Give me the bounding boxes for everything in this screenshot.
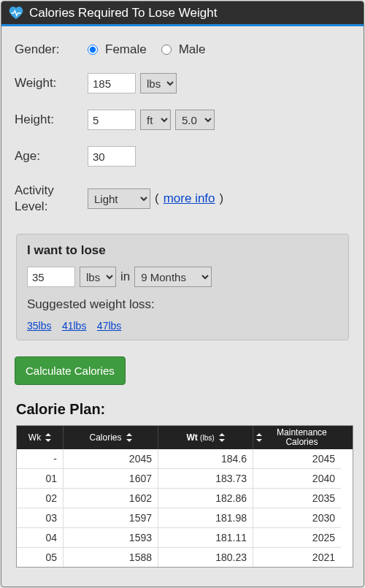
cell-cal: 2045: [64, 449, 158, 469]
sort-icon: [45, 433, 51, 442]
in-text: in: [120, 270, 130, 284]
cell-cal: 1593: [64, 528, 158, 548]
row-activity: Activity Level: Light (more info): [15, 183, 350, 215]
plan-title: Calorie Plan:: [16, 401, 350, 418]
suggested-label: Suggested weight loss:: [27, 297, 338, 312]
sort-icon: [126, 433, 132, 442]
col-wk[interactable]: Wk: [17, 426, 64, 449]
suggestion-link-1[interactable]: 35lbs: [27, 320, 51, 332]
table-row: 051588180.232021: [17, 548, 353, 567]
height-unit-select[interactable]: ft: [140, 110, 171, 130]
cell-maint: 2021: [253, 548, 341, 567]
grid-body[interactable]: -2045184.62045011607183.732040021602182.…: [17, 449, 353, 567]
cell-wt: 181.11: [158, 528, 253, 548]
table-row: 021602182.862035: [17, 489, 353, 508]
radio-male[interactable]: [161, 45, 172, 55]
cell-wk: 02: [17, 489, 64, 508]
sort-icon: [256, 433, 261, 442]
suggestion-link-3[interactable]: 47lbs: [97, 320, 121, 332]
age-input[interactable]: [88, 146, 136, 167]
activity-select[interactable]: Light: [88, 188, 150, 209]
cell-cal: 1597: [64, 508, 158, 528]
sort-icon: [219, 433, 225, 442]
row-age: Age:: [15, 146, 350, 167]
label-weight: Weight:: [15, 76, 88, 91]
paren-close: ): [220, 191, 224, 206]
cell-wt: 184.6: [158, 449, 253, 469]
cell-maint: 2045: [253, 449, 341, 469]
cell-maint: 2035: [253, 489, 341, 508]
table-row: 041593181.112025: [17, 528, 353, 548]
content: Gender: Female Male Weight: lbs Height:: [1, 26, 364, 568]
suggestion-link-2[interactable]: 41lbs: [62, 320, 86, 332]
paren-open: (: [155, 191, 159, 206]
col-maint[interactable]: Maintenance Calories: [253, 426, 341, 449]
titlebar: Calories Required To Lose Weight: [1, 1, 364, 26]
cell-maint: 2040: [253, 469, 341, 489]
col-calories[interactable]: Calories: [64, 426, 158, 449]
table-row: 031597181.982030: [17, 508, 353, 528]
suggested-links: 35lbs 41lbs 47lbs: [27, 319, 338, 332]
cell-cal: 1602: [64, 489, 158, 508]
lose-unit-select[interactable]: lbs: [80, 267, 116, 287]
cell-wk: 01: [17, 469, 64, 489]
col-wt[interactable]: Wt (lbs): [158, 426, 253, 449]
label-height: Height:: [15, 112, 88, 127]
cell-wt: 182.86: [158, 489, 253, 508]
cell-maint: 2030: [253, 508, 341, 528]
weight-input[interactable]: [88, 73, 136, 93]
label-age: Age:: [15, 149, 88, 164]
lose-title: I want to lose: [27, 243, 338, 258]
height-input[interactable]: [88, 110, 136, 130]
row-gender: Gender: Female Male: [15, 42, 350, 57]
height-inches-select[interactable]: 5.0: [175, 110, 215, 130]
radio-male-label: Male: [179, 42, 206, 57]
app-window: Calories Required To Lose Weight Gender:…: [1, 1, 364, 587]
more-info-link[interactable]: more info: [164, 191, 215, 206]
table-row: 011607183.732040: [17, 469, 353, 489]
grid-header: Wk Calories Wt (lbs) Maintenance Calorie…: [17, 426, 353, 449]
lose-row: lbs in 9 Months: [27, 267, 338, 287]
cell-wt: 183.73: [158, 469, 253, 489]
radio-female-label: Female: [105, 42, 147, 57]
cell-wk: 03: [17, 508, 64, 528]
cell-wk: 05: [17, 548, 64, 567]
cell-cal: 1588: [64, 548, 158, 567]
lose-box: I want to lose lbs in 9 Months Suggested…: [16, 234, 349, 340]
cell-cal: 1607: [64, 469, 158, 489]
title-text: Calories Required To Lose Weight: [29, 6, 217, 20]
cell-wk: -: [17, 449, 64, 469]
row-height: Height: ft 5.0: [15, 110, 350, 130]
calorie-grid: Wk Calories Wt (lbs) Maintenance Calorie…: [16, 425, 353, 568]
calculate-button[interactable]: Calculate Calories: [15, 356, 126, 385]
cell-wt: 181.98: [158, 508, 253, 528]
table-row: -2045184.62045: [17, 449, 353, 469]
lose-amount-input[interactable]: [27, 267, 75, 287]
weight-unit-select[interactable]: lbs: [140, 73, 177, 93]
heart-pulse-icon: [9, 7, 23, 20]
cell-wk: 04: [17, 528, 64, 548]
label-gender: Gender:: [15, 42, 88, 57]
cell-wt: 180.23: [158, 548, 253, 567]
radio-female[interactable]: [88, 45, 98, 55]
row-weight: Weight: lbs: [15, 73, 350, 93]
lose-duration-select[interactable]: 9 Months: [134, 267, 212, 287]
cell-maint: 2025: [253, 528, 341, 548]
label-activity: Activity Level:: [15, 183, 88, 215]
